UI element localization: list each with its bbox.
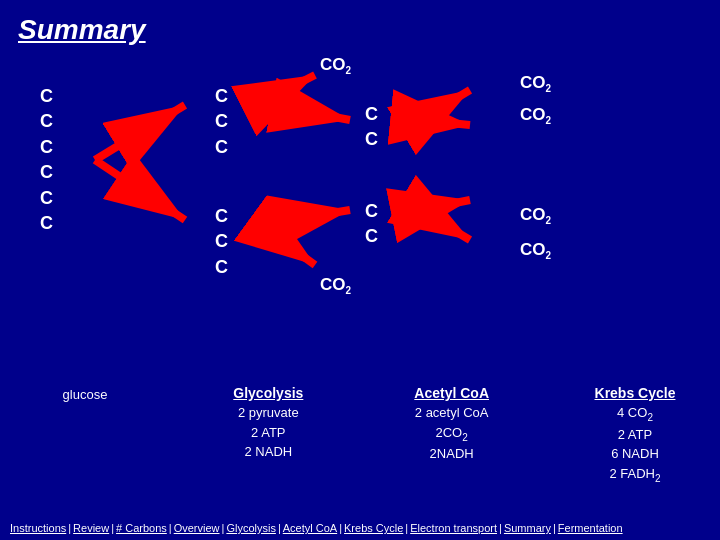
- co2-top-center: CO2: [320, 55, 351, 76]
- glucose-label: glucose: [63, 387, 108, 402]
- acetyl-title[interactable]: Acetyl CoA: [387, 385, 517, 401]
- footer-link-carbons[interactable]: # Carbons: [116, 522, 167, 534]
- footer-link-krebs[interactable]: Krebs Cycle: [344, 522, 403, 534]
- svg-line-5: [260, 103, 350, 120]
- glycolysis-detail: 2 pyruvate2 ATP2 NADH: [203, 403, 333, 462]
- acetyl-bottom: C C: [365, 200, 378, 249]
- footer-link-overview[interactable]: Overview: [174, 522, 220, 534]
- footer-link-glycolysis[interactable]: Glycolysis: [226, 522, 276, 534]
- co2-right-top1: CO2: [520, 73, 551, 94]
- footer-link-summary[interactable]: Summary: [504, 522, 551, 534]
- svg-line-2: [95, 105, 185, 160]
- footer-link-review[interactable]: Review: [73, 522, 109, 534]
- footer-link-fermentation[interactable]: Fermentation: [558, 522, 623, 534]
- co2-right-bot1: CO2: [520, 205, 551, 226]
- svg-line-4: [260, 75, 315, 103]
- glycolysis-title[interactable]: Glycolysis: [203, 385, 333, 401]
- krebs-detail: 4 CO22 ATP6 NADH2 FADH2: [570, 403, 700, 485]
- svg-line-10: [420, 200, 470, 210]
- acetyl-detail: 2 acetyl CoA2CO22NADH: [387, 403, 517, 464]
- glucose-carbons: C C C C C C: [40, 85, 53, 235]
- co2-bottom-center: CO2: [320, 275, 351, 296]
- page-title: Summary: [18, 14, 146, 46]
- svg-line-6: [260, 225, 315, 265]
- label-glucose: glucose: [20, 385, 150, 405]
- acetyl-top: C C: [365, 103, 378, 152]
- svg-line-9: [420, 120, 470, 125]
- svg-line-3: [95, 160, 185, 220]
- label-krebs: Krebs Cycle 4 CO22 ATP6 NADH2 FADH2: [570, 385, 700, 485]
- svg-line-11: [420, 210, 470, 240]
- footer-nav: Instructions | Review | # Carbons | Over…: [10, 522, 710, 534]
- co2-right-bot2: CO2: [520, 240, 551, 261]
- svg-line-7: [260, 210, 350, 225]
- diagram: C C C C C C C C C C C C C C C C CO2 CO2 …: [20, 55, 700, 365]
- footer-link-instructions[interactable]: Instructions: [10, 522, 66, 534]
- footer-link-electron[interactable]: Electron transport: [410, 522, 497, 534]
- co2-right-top2: CO2: [520, 105, 551, 126]
- label-acetyl: Acetyl CoA 2 acetyl CoA2CO22NADH: [387, 385, 517, 464]
- pyruvate-top: C C C: [215, 85, 228, 159]
- pyruvate-bottom: C C C: [215, 205, 228, 279]
- krebs-title[interactable]: Krebs Cycle: [570, 385, 700, 401]
- svg-line-8: [420, 90, 470, 120]
- footer-link-acetyl[interactable]: Acetyl CoA: [283, 522, 337, 534]
- label-glycolysis: Glycolysis 2 pyruvate2 ATP2 NADH: [203, 385, 333, 462]
- labels-row: glucose Glycolysis 2 pyruvate2 ATP2 NADH…: [20, 385, 700, 485]
